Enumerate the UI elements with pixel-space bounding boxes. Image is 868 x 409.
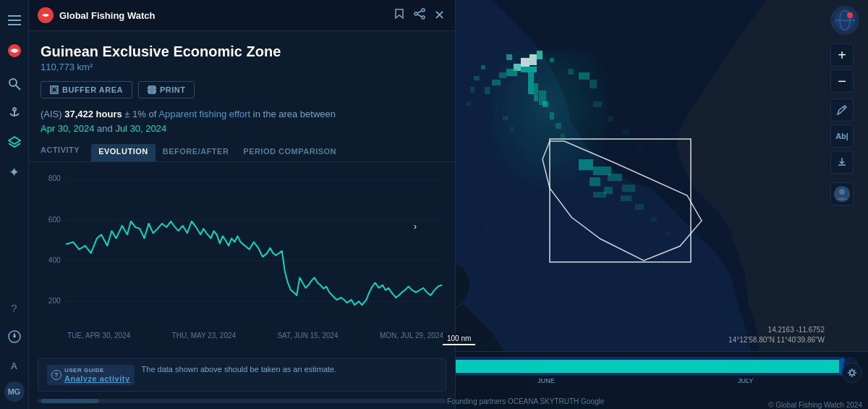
svg-rect-39 xyxy=(467,101,471,106)
svg-point-60 xyxy=(9,79,17,86)
svg-rect-36 xyxy=(481,65,485,69)
effort-prefix: (AIS) xyxy=(41,109,64,119)
effort-date-start: Apr 30, 2024 xyxy=(41,123,94,134)
scale-badge: 100 nm xyxy=(443,333,475,345)
effort-highlight: Apparent fishing effort xyxy=(158,109,250,119)
svg-rect-35 xyxy=(637,145,642,149)
user-guide-banner: ? USER GUIDE Analyze activity The data s… xyxy=(38,358,446,392)
svg-point-95 xyxy=(850,371,854,375)
user-guide-link[interactable]: Analyze activity xyxy=(64,374,130,383)
svg-marker-64 xyxy=(9,137,20,144)
text-icon: Ab| xyxy=(835,132,848,140)
svg-rect-33 xyxy=(608,116,613,122)
effort-margin: ± 1% xyxy=(122,109,146,119)
download-map-button[interactable] xyxy=(830,151,854,174)
chart-area: 800 600 400 200 TUE, APR 30, 2024 THU, M… xyxy=(29,162,455,354)
search-icon[interactable] xyxy=(1,71,27,97)
left-sidebar: ✦ ? A MG xyxy=(0,0,29,409)
buffer-area-button[interactable]: BUFFER AREA xyxy=(41,81,132,98)
globe-button[interactable] xyxy=(830,6,859,35)
svg-rect-48 xyxy=(635,204,644,210)
print-button[interactable]: PRINT xyxy=(138,81,195,98)
user-icon[interactable]: MG xyxy=(4,381,25,402)
tab-period-comparison[interactable]: PERIOD COMPARISON xyxy=(236,144,344,161)
share-icon[interactable] xyxy=(412,7,427,24)
buffer-area-label: BUFFER AREA xyxy=(62,85,123,94)
month-label-july: JULY xyxy=(738,377,753,384)
zone-info: Guinean Exclusive Economic Zone 110,773 … xyxy=(29,31,455,78)
compass-icon[interactable] xyxy=(1,324,27,350)
activity-label: ACTIVITY xyxy=(41,146,80,160)
svg-rect-47 xyxy=(621,195,631,201)
svg-point-62 xyxy=(13,108,16,111)
svg-rect-43 xyxy=(608,174,622,181)
user-guide-label: USER GUIDE xyxy=(64,367,130,374)
actions-row: BUFFER AREA PRINT xyxy=(29,78,455,104)
copyright: © Global Fishing Watch 2024 xyxy=(768,401,862,409)
svg-point-87 xyxy=(847,12,853,18)
print-label: PRINT xyxy=(160,85,186,94)
coordinates: 14.2163 -11.675214°12'58.80"N 11°40'39.8… xyxy=(728,325,825,345)
zoom-out-button[interactable]: − xyxy=(830,69,854,93)
effort-of: of xyxy=(146,109,158,119)
svg-line-70 xyxy=(417,11,422,13)
profile-button[interactable] xyxy=(830,182,854,206)
svg-text:400: 400 xyxy=(48,256,61,264)
tab-evolution[interactable]: EVOLUTION xyxy=(91,144,156,161)
svg-rect-50 xyxy=(651,217,657,222)
svg-rect-57 xyxy=(8,20,21,21)
svg-rect-34 xyxy=(622,130,629,135)
right-toolbar: + − Ab| xyxy=(830,6,859,206)
month-label-june: JUNE xyxy=(537,377,555,384)
translate-icon[interactable]: A xyxy=(1,353,27,379)
svg-rect-38 xyxy=(470,87,475,93)
magic-icon[interactable]: ✦ xyxy=(1,159,27,185)
svg-point-68 xyxy=(414,12,417,15)
svg-text:200: 200 xyxy=(48,297,61,305)
scrollbar-track[interactable] xyxy=(38,399,446,403)
svg-rect-56 xyxy=(8,15,21,17)
effort-number: 37,422 hours xyxy=(64,109,122,119)
tabs-row: ACTIVITY EVOLUTION BEFORE/AFTER PERIOD C… xyxy=(29,141,455,162)
activity-chart: 800 600 400 200 xyxy=(35,168,449,327)
svg-point-69 xyxy=(422,16,425,19)
zone-name: Guinean Exclusive Economic Zone xyxy=(41,43,443,60)
zone-area: 110,773 km² xyxy=(41,62,443,72)
svg-point-90 xyxy=(839,189,845,195)
x-label-2: THU, MAY 23, 2024 xyxy=(172,332,237,340)
x-label-1: TUE, APR 30, 2024 xyxy=(67,332,130,340)
user-guide-badge[interactable]: ? USER GUIDE Analyze activity xyxy=(47,365,135,385)
draw-button[interactable] xyxy=(830,98,854,122)
zoom-in-button[interactable]: + xyxy=(830,43,854,67)
scrollbar-area xyxy=(29,396,455,409)
minus-icon: − xyxy=(838,73,846,90)
founding-partners: Founding partners OCEANA SKYTRUTH Google xyxy=(441,393,610,409)
effort-text: (AIS) 37,422 hours ± 1% of Apparent fish… xyxy=(29,104,455,141)
app-title: Global Fishing Watch xyxy=(59,10,155,21)
panel-header: Global Fishing Watch ✕ xyxy=(29,0,455,31)
timeline-settings-button[interactable] xyxy=(842,363,862,383)
layers-icon[interactable] xyxy=(1,129,27,155)
analysis-panel: Global Fishing Watch ✕ Guinean Exclusive… xyxy=(29,0,456,409)
help-icon[interactable]: ? xyxy=(1,295,27,321)
plus-icon: + xyxy=(838,47,846,64)
svg-text:800: 800 xyxy=(48,174,61,182)
svg-line-61 xyxy=(16,85,20,90)
logo-icon xyxy=(1,38,27,64)
svg-text:600: 600 xyxy=(48,216,61,224)
bookmark-icon[interactable] xyxy=(392,7,407,24)
scrollbar-thumb[interactable] xyxy=(41,399,99,403)
x-label-3: SAT, JUN 15, 2024 xyxy=(277,332,338,340)
close-icon[interactable]: ✕ xyxy=(433,6,446,25)
menu-icon[interactable] xyxy=(1,7,27,33)
tab-before-after[interactable]: BEFORE/AFTER xyxy=(156,144,237,161)
text-button[interactable]: Ab| xyxy=(830,125,854,148)
svg-rect-51 xyxy=(665,232,670,236)
anchor-icon[interactable] xyxy=(1,100,27,126)
user-guide-description: The data shown above should be taken as … xyxy=(142,365,437,374)
effort-date-and: and xyxy=(94,123,115,134)
svg-point-67 xyxy=(422,9,425,12)
effort-date-end: Jul 30, 2024 xyxy=(115,123,166,134)
svg-line-88 xyxy=(843,107,845,109)
effort-suffix: in the area between xyxy=(250,109,336,119)
